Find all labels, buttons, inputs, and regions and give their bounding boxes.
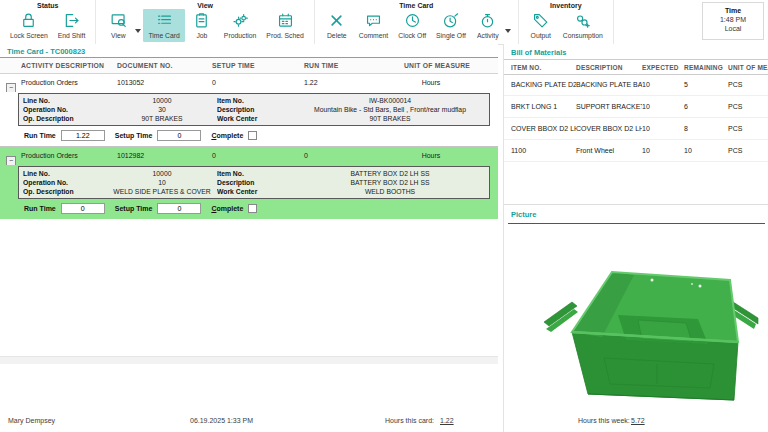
job-button[interactable]: Job: [185, 9, 219, 42]
single-off-button[interactable]: Single Off: [431, 9, 471, 42]
run-time: 0: [301, 147, 401, 165]
button-label: Clock Off: [398, 32, 426, 39]
setup-time: 0: [209, 147, 301, 165]
time-card-table-header: ACTIVITY DESCRIPTION DOCUMENT NO. SETUP …: [0, 57, 498, 74]
uom: PCS: [728, 140, 768, 161]
uom: PCS: [728, 96, 768, 117]
work-center-value: 90T BRAKES: [295, 114, 485, 123]
collapse-icon[interactable]: [6, 83, 16, 92]
consumption-button[interactable]: Consumption: [558, 9, 608, 42]
gears-icon: [231, 11, 250, 30]
bom-row[interactable]: BACKING PLATE D2 SS BACKING PLATE BAT...…: [504, 74, 768, 96]
complete-checkbox[interactable]: [248, 204, 257, 213]
current-time: 1:48 PM: [703, 16, 763, 23]
output-button[interactable]: Output: [524, 9, 558, 42]
remaining: 8: [684, 118, 728, 139]
line-no-value: 10000: [107, 96, 217, 105]
col-expected: EXPECTED: [642, 60, 684, 74]
bom-row[interactable]: 1100 Front Wheel 10 10 PCS: [504, 140, 768, 162]
lock-screen-button[interactable]: Lock Screen: [5, 9, 53, 42]
operation-no-value: 30: [107, 105, 217, 114]
prod-sched-button[interactable]: Prod. Sched: [261, 9, 308, 42]
line-no-label: Line No.: [23, 169, 107, 178]
view-button[interactable]: View: [101, 9, 135, 42]
horizontal-scrollbar[interactable]: [0, 356, 498, 364]
operation-no-value: 10: [107, 178, 217, 187]
comment-button[interactable]: Comment: [354, 9, 393, 42]
timecard-entry-row[interactable]: Production Orders 1012982 0 0 Hours: [0, 147, 498, 165]
collapse-icon[interactable]: [6, 156, 16, 165]
activity-button[interactable]: Activity: [471, 9, 505, 42]
description: COVER BBOX D2 LH...: [576, 118, 642, 139]
col-remaining: REMAINING: [684, 60, 728, 74]
dropdown-arrow-icon[interactable]: [135, 29, 141, 33]
col-document-no: DOCUMENT NO.: [114, 58, 209, 73]
document-no: 1013052: [114, 74, 209, 92]
col-item-no: ITEM NO.: [511, 60, 576, 74]
work-center-label: Work Center: [217, 114, 295, 123]
item-no-label: Item No.: [217, 169, 295, 178]
expected: 10: [642, 74, 684, 95]
clock-off-button[interactable]: Clock Off: [393, 9, 431, 42]
hours-this-week-value[interactable]: 5.72: [631, 417, 645, 424]
item-no-label: Item No.: [217, 96, 295, 105]
ribbon-toolbar: Status Lock Screen End Shift View View T…: [0, 0, 768, 45]
clipboard-icon: [192, 11, 211, 30]
complete-checkbox[interactable]: [248, 131, 257, 140]
button-label: Job: [196, 32, 207, 39]
button-label: Production: [224, 32, 257, 39]
clock-arrow-icon: [441, 11, 460, 30]
production-button[interactable]: Production: [219, 9, 262, 42]
line-no-value: 10000: [107, 169, 217, 178]
line-no-label: Line No.: [23, 96, 107, 105]
remaining: 10: [684, 140, 728, 161]
entry-detail-box: Line No. 10000 Item No. BATTERY BOX D2 L…: [18, 166, 490, 199]
section-divider: [504, 204, 768, 205]
setup-time-label: Setup Time: [115, 205, 153, 212]
activity-description: Production Orders: [18, 74, 114, 92]
expected: 10: [642, 118, 684, 139]
setup-time-input[interactable]: [157, 130, 201, 141]
bom-row[interactable]: BRKT LONG 1 SUPPORT BRACKET L... 10 6 PC…: [504, 96, 768, 118]
monitor-search-icon: [109, 11, 128, 30]
item-no: 1100: [511, 140, 576, 161]
description-value: Mountain Bike - Std Bars, Bell , Front/r…: [295, 105, 485, 114]
hours-this-week-label: Hours this week:: [578, 417, 630, 424]
activity-description: Production Orders: [18, 147, 114, 165]
run-time: 1.22: [301, 74, 401, 92]
bill-of-materials-title: Bill of Materials: [511, 48, 566, 57]
item-no: BACKING PLATE D2 SS: [511, 74, 576, 95]
run-time-input[interactable]: [61, 130, 105, 141]
delete-button[interactable]: Delete: [320, 9, 354, 42]
operation-no-label: Operation No.: [23, 105, 107, 114]
ribbon-group-inventory: Inventory Output Consumption: [519, 0, 614, 44]
document-no: 1012982: [114, 147, 209, 165]
button-label: Delete: [327, 32, 347, 39]
col-setup-time: SETUP TIME: [209, 58, 301, 73]
end-shift-button[interactable]: End Shift: [53, 9, 91, 42]
ribbon-group-view: View View Time Card Job Production Prod.…: [96, 0, 314, 44]
time-zone: Local: [703, 25, 763, 32]
picture-title: Picture: [511, 210, 536, 219]
hours-this-card-value[interactable]: 1.22: [440, 417, 454, 424]
work-center-label: Work Center: [217, 187, 295, 196]
calendar-icon: [276, 11, 295, 30]
time-box-title: Time: [703, 7, 763, 14]
description-label: Description: [217, 105, 295, 114]
ribbon-group-status: Status Lock Screen End Shift: [0, 0, 96, 44]
button-label: Prod. Sched: [266, 32, 303, 39]
current-datetime: 06.19.2025 1:33 PM: [190, 417, 253, 424]
run-time-label: Run Time: [24, 205, 56, 212]
col-run-time: RUN TIME: [301, 58, 401, 73]
bom-table-header: ITEM NO. DESCRIPTION EXPECTED REMAINING …: [504, 59, 768, 75]
setup-time-input[interactable]: [157, 203, 201, 214]
run-time-input[interactable]: [61, 203, 105, 214]
dropdown-arrow-icon[interactable]: [505, 29, 511, 33]
time-card-button[interactable]: Time Card: [143, 9, 184, 42]
clock-icon: [403, 11, 422, 30]
button-label: Consumption: [563, 32, 603, 39]
timecard-entry-row[interactable]: Production Orders 1013052 0 1.22 Hours: [0, 74, 498, 92]
bom-row[interactable]: COVER BBOX D2 LH... COVER BBOX D2 LH... …: [504, 118, 768, 140]
exit-door-icon: [62, 11, 81, 30]
run-time-label: Run Time: [24, 132, 56, 139]
